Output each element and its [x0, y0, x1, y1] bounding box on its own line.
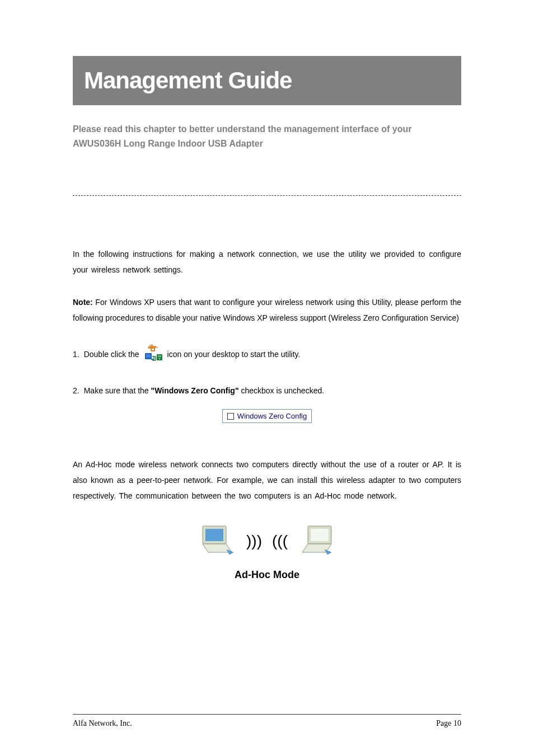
svg-rect-1 [152, 349, 154, 350]
signal-left-icon: ((( [272, 532, 288, 550]
svg-rect-5 [158, 355, 161, 357]
step-2-before: Make sure that the [84, 386, 151, 395]
page-title: Management Guide [84, 67, 450, 94]
adhoc-figure: ))) ((( Ad-Hoc Mode [73, 523, 461, 581]
checkbox-label: Windows Zero Config [237, 412, 307, 420]
title-bar: Management Guide [73, 56, 461, 105]
svg-rect-4 [157, 354, 162, 360]
page-footer: Alfa Network, Inc. Page 10 [73, 714, 461, 728]
adhoc-paragraph: An Ad-Hoc mode wireless network connects… [73, 457, 461, 504]
step-1-after: icon on your desktop to start the utilit… [167, 347, 301, 362]
computer-left-icon [197, 523, 236, 559]
page-content: Management Guide Please read this chapte… [0, 0, 534, 614]
step-2-quoted: "Windows Zero Config" [151, 386, 239, 395]
intro-paragraph: In the following instructions for making… [73, 246, 461, 278]
computer-right-icon [298, 523, 337, 559]
svg-point-6 [159, 358, 160, 359]
step-2-after: checkbox is unchecked. [239, 386, 325, 395]
signal-right-icon: ))) [246, 532, 262, 550]
step-1-before: Double click the [84, 347, 139, 362]
footer-company: Alfa Network, Inc. [73, 719, 132, 728]
adhoc-caption: Ad-Hoc Mode [73, 569, 461, 581]
svg-rect-3 [146, 354, 151, 358]
note-text: For Windows XP users that want to config… [73, 298, 461, 322]
divider-dashed [73, 195, 461, 196]
step-1-number: 1. [73, 347, 79, 362]
adhoc-diagram: ))) ((( [73, 523, 461, 559]
footer-page: Page 10 [436, 719, 461, 728]
step-1: 1. Double click the icon on your desktop… [73, 342, 461, 367]
note-label: Note: [73, 298, 93, 307]
wireless-utility-icon [143, 342, 164, 367]
note-paragraph: Note: For Windows XP users that want to … [73, 294, 461, 326]
subtitle-text: Please read this chapter to better under… [73, 122, 461, 151]
step-2-number: 2. [73, 383, 79, 398]
checkbox-input[interactable] [227, 413, 234, 420]
checkbox-container: Windows Zero Config [222, 409, 312, 423]
checkbox-figure: Windows Zero Config [73, 409, 461, 423]
svg-rect-10 [311, 529, 329, 541]
svg-rect-8 [205, 529, 223, 541]
step-2: 2. Make sure that the "Windows Zero Conf… [73, 383, 461, 398]
